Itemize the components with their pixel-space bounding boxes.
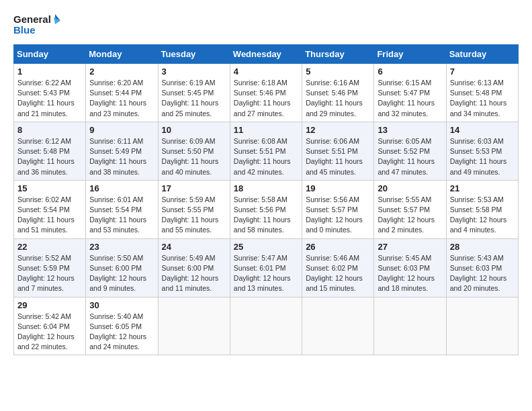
- calendar-cell: 30 Sunrise: 5:40 AM Sunset: 6:05 PM Dayl…: [86, 297, 158, 355]
- sunrise-label: Sunrise: 5:45 AM: [378, 254, 431, 262]
- weekday-header: Thursday: [302, 45, 374, 64]
- sunrise-label: Sunrise: 6:05 AM: [378, 137, 431, 145]
- day-info: Sunrise: 5:45 AM Sunset: 6:03 PM Dayligh…: [378, 253, 442, 294]
- day-number: 24: [162, 242, 226, 252]
- calendar-cell: 12 Sunrise: 6:06 AM Sunset: 5:51 PM Dayl…: [302, 122, 374, 180]
- sunrise-label: Sunrise: 5:43 AM: [450, 254, 504, 262]
- calendar-header: SundayMondayTuesdayWednesdayThursdayFrid…: [14, 45, 519, 64]
- day-info: Sunrise: 5:49 AM Sunset: 6:00 PM Dayligh…: [162, 253, 226, 294]
- sunset-label: Sunset: 5:58 PM: [450, 205, 502, 214]
- sunset-label: Sunset: 5:49 PM: [89, 147, 142, 155]
- day-info: Sunrise: 5:56 AM Sunset: 5:57 PM Dayligh…: [306, 195, 370, 236]
- calendar-cell: 21 Sunrise: 5:53 AM Sunset: 5:58 PM Dayl…: [446, 180, 518, 238]
- svg-text:Blue: Blue: [13, 24, 36, 36]
- day-info: Sunrise: 5:40 AM Sunset: 6:05 PM Dayligh…: [89, 312, 154, 353]
- calendar-cell: [374, 297, 446, 355]
- sunset-label: Sunset: 6:03 PM: [450, 264, 502, 272]
- day-number: 13: [378, 125, 442, 135]
- calendar-cell: 22 Sunrise: 5:52 AM Sunset: 5:59 PM Dayl…: [14, 238, 86, 297]
- day-number: 27: [378, 242, 442, 252]
- calendar-cell: 29 Sunrise: 5:42 AM Sunset: 6:04 PM Dayl…: [14, 297, 86, 355]
- day-number: 20: [378, 183, 442, 193]
- day-number: 26: [306, 242, 370, 252]
- daylight-label: Daylight: 11 hours and 58 minutes.: [234, 216, 291, 234]
- day-info: Sunrise: 5:42 AM Sunset: 6:04 PM Dayligh…: [17, 312, 82, 353]
- sunset-label: Sunset: 6:00 PM: [89, 264, 142, 272]
- daylight-label: Daylight: 12 hours and 2 minutes.: [378, 216, 435, 234]
- day-info: Sunrise: 5:59 AM Sunset: 5:55 PM Dayligh…: [162, 195, 226, 236]
- daylight-label: Daylight: 11 hours and 53 minutes.: [89, 216, 146, 234]
- calendar-cell: 10 Sunrise: 6:09 AM Sunset: 5:50 PM Dayl…: [158, 122, 230, 180]
- sunrise-label: Sunrise: 5:53 AM: [450, 195, 504, 203]
- sunset-label: Sunset: 6:04 PM: [17, 322, 70, 330]
- sunrise-label: Sunrise: 5:55 AM: [378, 195, 431, 203]
- day-number: 4: [234, 66, 298, 77]
- daylight-label: Daylight: 11 hours and 51 minutes.: [17, 216, 75, 234]
- day-info: Sunrise: 5:52 AM Sunset: 5:59 PM Dayligh…: [17, 253, 82, 294]
- day-number: 18: [234, 183, 298, 193]
- day-number: 2: [89, 66, 154, 77]
- sunset-label: Sunset: 6:03 PM: [378, 264, 430, 272]
- sunrise-label: Sunrise: 5:58 AM: [234, 195, 287, 203]
- sunrise-label: Sunrise: 5:59 AM: [162, 195, 216, 203]
- daylight-label: Daylight: 11 hours and 27 minutes.: [234, 99, 291, 117]
- sunrise-label: Sunrise: 6:12 AM: [17, 137, 71, 145]
- calendar-cell: 20 Sunrise: 5:55 AM Sunset: 5:57 PM Dayl…: [374, 180, 446, 238]
- sunrise-label: Sunrise: 6:03 AM: [450, 137, 504, 145]
- calendar-cell: 7 Sunrise: 6:13 AM Sunset: 5:48 PM Dayli…: [446, 64, 518, 122]
- calendar-cell: 13 Sunrise: 6:05 AM Sunset: 5:52 PM Dayl…: [374, 122, 446, 180]
- daylight-label: Daylight: 11 hours and 21 minutes.: [17, 99, 75, 117]
- day-info: Sunrise: 6:15 AM Sunset: 5:47 PM Dayligh…: [378, 78, 442, 119]
- sunrise-label: Sunrise: 5:40 AM: [89, 312, 143, 320]
- daylight-label: Daylight: 12 hours and 24 minutes.: [89, 332, 146, 351]
- day-info: Sunrise: 6:06 AM Sunset: 5:51 PM Dayligh…: [306, 136, 370, 177]
- sunset-label: Sunset: 6:00 PM: [162, 264, 214, 272]
- day-info: Sunrise: 6:09 AM Sunset: 5:50 PM Dayligh…: [162, 136, 226, 177]
- calendar-cell: 8 Sunrise: 6:12 AM Sunset: 5:48 PM Dayli…: [14, 122, 86, 180]
- daylight-label: Daylight: 11 hours and 49 minutes.: [450, 157, 507, 175]
- day-number: 12: [306, 125, 370, 135]
- sunset-label: Sunset: 5:53 PM: [450, 147, 502, 155]
- daylight-label: Daylight: 12 hours and 7 minutes.: [17, 274, 75, 292]
- day-number: 28: [450, 242, 515, 252]
- svg-text:General: General: [13, 13, 51, 25]
- sunrise-label: Sunrise: 5:56 AM: [306, 195, 359, 203]
- calendar-cell: [158, 297, 230, 355]
- calendar-cell: 4 Sunrise: 6:18 AM Sunset: 5:46 PM Dayli…: [230, 64, 302, 122]
- sunrise-label: Sunrise: 6:13 AM: [450, 79, 504, 87]
- calendar-cell: 18 Sunrise: 5:58 AM Sunset: 5:56 PM Dayl…: [230, 180, 302, 238]
- sunset-label: Sunset: 5:56 PM: [234, 205, 286, 214]
- day-number: 25: [234, 242, 298, 252]
- sunrise-label: Sunrise: 6:15 AM: [378, 79, 431, 87]
- day-info: Sunrise: 5:55 AM Sunset: 5:57 PM Dayligh…: [378, 195, 442, 236]
- daylight-label: Daylight: 11 hours and 34 minutes.: [450, 99, 507, 117]
- calendar-cell: 16 Sunrise: 6:01 AM Sunset: 5:54 PM Dayl…: [86, 180, 158, 238]
- sunset-label: Sunset: 5:45 PM: [162, 89, 214, 97]
- calendar-cell: 24 Sunrise: 5:49 AM Sunset: 6:00 PM Dayl…: [158, 238, 230, 297]
- weekday-header: Sunday: [14, 45, 86, 64]
- sunrise-label: Sunrise: 6:20 AM: [89, 79, 143, 87]
- sunset-label: Sunset: 5:46 PM: [306, 89, 358, 97]
- daylight-label: Daylight: 11 hours and 40 minutes.: [162, 157, 219, 175]
- sunrise-label: Sunrise: 6:08 AM: [234, 137, 287, 145]
- daylight-label: Daylight: 11 hours and 23 minutes.: [89, 99, 146, 117]
- sunrise-label: Sunrise: 5:46 AM: [306, 254, 359, 262]
- sunset-label: Sunset: 5:44 PM: [89, 89, 142, 97]
- sunrise-label: Sunrise: 6:18 AM: [234, 79, 287, 87]
- calendar-cell: [302, 297, 374, 355]
- calendar-cell: 14 Sunrise: 6:03 AM Sunset: 5:53 PM Dayl…: [446, 122, 518, 180]
- calendar-cell: 2 Sunrise: 6:20 AM Sunset: 5:44 PM Dayli…: [86, 64, 158, 122]
- sunset-label: Sunset: 5:55 PM: [162, 205, 214, 214]
- sunset-label: Sunset: 5:57 PM: [378, 205, 430, 214]
- day-number: 5: [306, 66, 370, 77]
- daylight-label: Daylight: 12 hours and 4 minutes.: [450, 216, 507, 234]
- day-number: 21: [450, 183, 515, 193]
- daylight-label: Daylight: 12 hours and 20 minutes.: [450, 274, 507, 292]
- day-info: Sunrise: 6:18 AM Sunset: 5:46 PM Dayligh…: [234, 78, 298, 119]
- weekday-header: Friday: [374, 45, 446, 64]
- day-number: 1: [17, 66, 82, 77]
- daylight-label: Daylight: 11 hours and 55 minutes.: [162, 216, 219, 234]
- day-info: Sunrise: 6:22 AM Sunset: 5:43 PM Dayligh…: [17, 78, 82, 119]
- day-number: 17: [162, 183, 226, 193]
- day-number: 22: [17, 242, 82, 252]
